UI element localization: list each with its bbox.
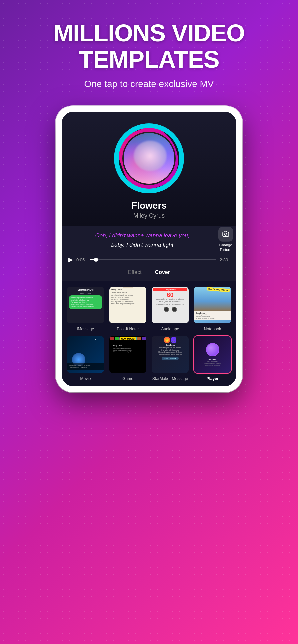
player-circle-art [206,343,219,356]
cover-thumb-audiotape: Deep Down 60 A something i await is a mi… [151,286,189,324]
cover-thumb-postit: Deep Down Stars Musics Lab. something i … [109,286,147,324]
album-art-wrapper [112,122,186,195]
cover-item-game[interactable]: NEW MUSIC Deep Down something i await is… [109,335,147,381]
cover-thumb-player: Deep Down Stars Musics Lab. something i … [193,335,232,374]
phone-container: Flowers Miley Cyrus Ooh, I didn't wanna … [0,106,298,392]
cover-thumb-notebook: Deep Down something i await is a miracle… [193,286,232,324]
time-total: 2:30 [220,257,230,262]
cover-thumb-imessage: StarMaker Lite Deep Down something i awa… [66,286,105,324]
change-picture-button[interactable]: Change Picture [218,227,233,252]
progress-track[interactable] [90,259,216,260]
phone-screen: Flowers Miley Cyrus Ooh, I didn't wanna … [62,112,236,386]
lyrics-line2: baby, I didn't wanna fight [68,241,216,249]
cover-label-movie: Movie [80,376,91,381]
artist-name: Miley Cyrus [133,212,165,219]
cover-item-imessage[interactable]: StarMaker Lite Deep Down something i awa… [66,286,105,331]
cover-item-notebook[interactable]: Deep Down something i await is a miracle… [193,286,232,331]
cover-label-imessage: iMessage [77,327,94,331]
tab-effect[interactable]: Effect [128,269,142,277]
cover-item-movie[interactable]: something i await is a miracle love lyri… [66,335,105,381]
cover-thumb-starmaker: 😊 🎵 Deep Down something i await is a mir… [151,335,189,374]
cover-label-starmaker: StarMaker Message [152,376,188,381]
cover-item-starmaker[interactable]: 😊 🎵 Deep Down something i await is a mir… [151,335,189,381]
cover-thumb-movie: something i await is a miracle love lyri… [66,335,105,374]
album-area: Flowers Miley Cyrus [62,112,236,226]
album-art [122,132,176,185]
cover-thumb-game: NEW MUSIC Deep Down something i await is… [109,335,147,374]
cover-label-postit: Post-it Noter [117,327,139,331]
progress-area: ▶ 0:05 2:30 [62,253,236,267]
cover-label-audiotape: Audiotape [161,327,179,331]
cover-item-postit[interactable]: Deep Down Stars Musics Lab. something i … [109,286,147,331]
cover-label-player: Player [206,376,218,381]
covers-area: StarMaker Lite Deep Down something i awa… [62,281,236,386]
album-art-overlay [134,141,167,171]
progress-thumb [94,258,98,262]
svg-point-1 [225,233,227,236]
cover-label-notebook: Notebook [204,327,221,331]
covers-grid: StarMaker Lite Deep Down something i awa… [66,286,232,381]
header: MILLIONS VIDEO TEMPLATES One tap to crea… [0,0,298,99]
lyrics-line1: Ooh, I didn't wanna wanna leave you, [68,231,216,240]
time-current: 0:05 [76,257,86,262]
change-picture-icon [218,227,233,242]
cover-label-game: Game [122,376,133,381]
main-title: MILLIONS VIDEO TEMPLATES [13,20,285,73]
lyrics-area: Ooh, I didn't wanna wanna leave you, bab… [62,226,236,253]
cover-item-audiotape[interactable]: Deep Down 60 A something i await is a mi… [151,286,189,331]
play-button[interactable]: ▶ [68,256,73,263]
tabs-area: Effect Cover [62,267,236,281]
song-title: Flowers [131,200,167,211]
subtitle: One tap to create exclusive MV [13,79,285,89]
cover-item-player[interactable]: Deep Down Stars Musics Lab. something i … [193,335,232,381]
change-picture-label: Change Picture [219,243,232,252]
svg-rect-0 [223,232,229,237]
tab-cover[interactable]: Cover [155,269,170,277]
phone-frame: Flowers Miley Cyrus Ooh, I didn't wanna … [56,106,242,392]
player-artist-name: Stars Musics Lab. [207,360,218,362]
